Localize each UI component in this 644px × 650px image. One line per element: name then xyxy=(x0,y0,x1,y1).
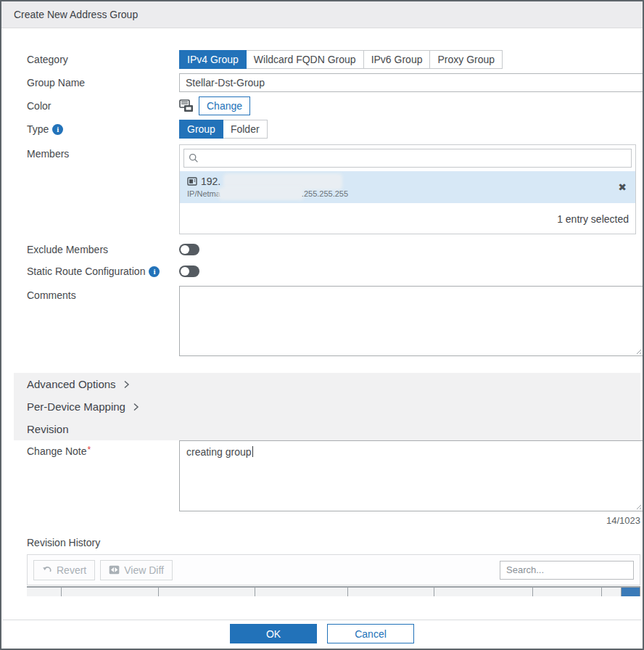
table-header-cell xyxy=(602,588,622,596)
members-row: Members xyxy=(1,144,643,234)
section-advanced-options[interactable]: Advanced Options xyxy=(14,373,640,395)
type-label: Type i xyxy=(27,120,179,139)
member-detail-suffix: .255.255.255 xyxy=(302,189,348,198)
table-header-cell xyxy=(434,588,533,596)
table-scrollbar-thumb[interactable] xyxy=(622,588,640,596)
comments-label-text: Comments xyxy=(27,286,76,305)
change-note-value: creating group xyxy=(186,446,252,458)
color-swatch-icon xyxy=(179,99,194,112)
table-header-cell xyxy=(62,588,159,596)
change-note-label: Change Note* xyxy=(27,440,179,461)
type-row: Type i Group Folder xyxy=(1,120,643,139)
change-note-label-text: Change Note* xyxy=(27,440,91,461)
remove-member-icon[interactable]: ✖ xyxy=(618,181,627,193)
change-color-button[interactable]: Change xyxy=(199,96,250,115)
members-search-input[interactable] xyxy=(202,153,627,164)
revert-button[interactable]: Revert xyxy=(33,560,95,580)
ok-button[interactable]: OK xyxy=(230,624,317,643)
members-label: Members xyxy=(27,144,179,163)
type-label-text: Type xyxy=(27,120,49,139)
tab-proxy-group[interactable]: Proxy Group xyxy=(429,50,503,69)
exclude-members-row: Exclude Members xyxy=(1,244,643,255)
chevron-right-icon xyxy=(133,403,139,411)
exclude-members-label: Exclude Members xyxy=(27,244,179,255)
group-name-label: Group Name xyxy=(27,73,179,92)
category-label-text: Category xyxy=(27,50,68,69)
table-header-cell xyxy=(255,588,348,596)
tab-ipv6-group[interactable]: IPv6 Group xyxy=(363,50,431,69)
comments-textarea[interactable] xyxy=(179,286,643,356)
revision-table-header xyxy=(27,586,640,596)
view-diff-button-label: View Diff xyxy=(124,564,164,576)
revision-history-label: Revision History xyxy=(1,537,643,548)
static-route-toggle[interactable] xyxy=(179,266,199,277)
redacted-region xyxy=(220,189,302,198)
tab-ipv4-group[interactable]: IPv4 Group xyxy=(179,50,247,69)
members-search[interactable] xyxy=(183,149,632,168)
tab-wildcard-fqdn-group[interactable]: Wildcard FQDN Group xyxy=(246,50,364,69)
static-route-label-text: Static Route Configuration xyxy=(27,266,145,277)
member-entry[interactable]: 192. IP/Netma .255.255.255 ✖ xyxy=(180,171,635,203)
create-address-group-dialog: Create New Address Group Category IPv4 G… xyxy=(0,0,644,650)
cancel-button[interactable]: Cancel xyxy=(327,624,414,643)
dialog-footer: OK Cancel xyxy=(3,620,641,647)
dialog-body: Category IPv4 Group Wildcard FQDN Group … xyxy=(1,28,643,596)
members-panel: 192. IP/Netma .255.255.255 ✖ 1 entry sel… xyxy=(179,144,636,234)
tab-type-group[interactable]: Group xyxy=(179,120,223,139)
change-note-textarea[interactable]: creating group xyxy=(179,440,643,511)
per-device-mapping-label: Per-Device Mapping xyxy=(27,400,125,413)
revision-label: Revision xyxy=(27,423,69,435)
table-header-cell xyxy=(27,588,62,596)
color-label: Color xyxy=(27,96,179,115)
group-name-label-text: Group Name xyxy=(27,73,85,92)
chevron-right-icon xyxy=(123,380,130,389)
category-row: Category IPv4 Group Wildcard FQDN Group … xyxy=(1,50,643,69)
color-row: Color Change xyxy=(1,96,643,115)
section-per-device-mapping[interactable]: Per-Device Mapping xyxy=(14,395,640,418)
required-asterisk: * xyxy=(88,445,91,455)
search-icon xyxy=(189,153,199,163)
advanced-options-label: Advanced Options xyxy=(27,378,116,390)
exclude-members-toggle[interactable] xyxy=(179,244,199,255)
color-label-text: Color xyxy=(27,96,51,115)
group-name-input[interactable] xyxy=(179,73,643,92)
comments-label: Comments xyxy=(27,286,179,305)
static-route-info-icon[interactable]: i xyxy=(149,266,160,277)
view-diff-button[interactable]: View Diff xyxy=(100,560,173,580)
table-header-cell xyxy=(159,588,255,596)
resize-handle[interactable] xyxy=(635,347,641,354)
resize-handle[interactable] xyxy=(635,503,641,509)
category-label: Category xyxy=(27,50,179,69)
type-info-icon[interactable]: i xyxy=(52,124,63,135)
address-object-icon xyxy=(187,177,197,186)
members-selection-count: 1 entry selected xyxy=(180,203,635,234)
revert-icon xyxy=(42,565,52,575)
redacted-region xyxy=(226,176,340,188)
tab-type-folder[interactable]: Folder xyxy=(223,120,268,139)
revision-search-input[interactable] xyxy=(500,561,634,580)
static-route-row: Static Route Configuration i xyxy=(1,266,643,277)
exclude-members-label-text: Exclude Members xyxy=(27,244,108,255)
view-diff-icon xyxy=(109,565,120,575)
member-detail-prefix: IP/Netma xyxy=(187,189,220,198)
change-note-row: Change Note* creating group 14/1023 xyxy=(1,440,643,527)
static-route-label: Static Route Configuration i xyxy=(27,266,179,277)
member-name: 192. xyxy=(201,176,220,187)
section-revision: Revision xyxy=(14,418,640,440)
members-label-text: Members xyxy=(27,144,69,163)
table-header-cell xyxy=(348,588,434,596)
category-tabs: IPv4 Group Wildcard FQDN Group IPv6 Grou… xyxy=(179,50,503,69)
group-name-row: Group Name xyxy=(1,73,643,92)
dialog-title: Create New Address Group xyxy=(14,9,138,20)
revert-button-label: Revert xyxy=(57,564,86,576)
text-cursor xyxy=(252,446,253,457)
char-counter: 14/1023 xyxy=(179,515,643,527)
comments-row: Comments xyxy=(1,286,643,356)
revision-history-toolbar: Revert View Diff xyxy=(27,554,640,585)
table-header-cell xyxy=(533,588,602,596)
dialog-titlebar: Create New Address Group xyxy=(1,1,643,28)
type-tabs: Group Folder xyxy=(179,120,268,139)
